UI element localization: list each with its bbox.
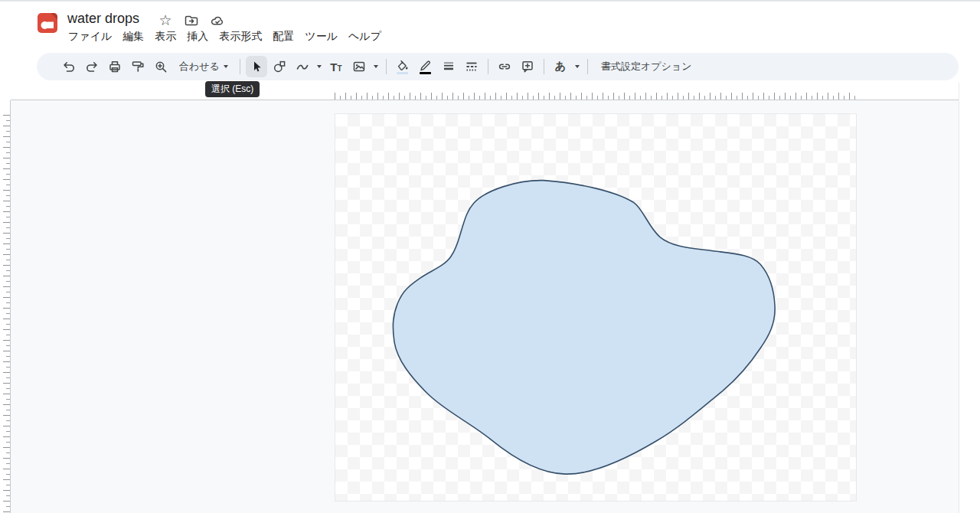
line-color-button[interactable]	[415, 56, 436, 77]
paint-format-button[interactable]	[127, 56, 149, 77]
toolbar-divider	[240, 59, 240, 74]
shape-tool-button[interactable]	[269, 56, 290, 77]
horizontal-ruler	[335, 92, 857, 100]
chevron-down-icon	[575, 65, 580, 68]
line-tool-caret[interactable]	[315, 56, 324, 77]
star-icon[interactable]: ☆	[158, 13, 173, 28]
window-top-edge	[0, 0, 980, 2]
fill-color-indicator	[397, 72, 408, 74]
canvas-svg	[335, 114, 856, 501]
input-tools-button[interactable]: あ	[550, 56, 571, 77]
undo-button[interactable]	[58, 56, 80, 77]
chevron-down-icon	[317, 65, 322, 68]
line-color-indicator	[420, 72, 431, 74]
menu-view[interactable]: 表示	[149, 28, 181, 44]
menu-help[interactable]: ヘルプ	[343, 28, 387, 44]
line-weight-button[interactable]	[438, 56, 459, 77]
water-drop-shape[interactable]	[393, 181, 775, 475]
fit-zoom-label: 合わせる	[179, 60, 220, 74]
scrollbar-track[interactable]	[959, 83, 980, 513]
menu-edit[interactable]: 編集	[117, 28, 149, 44]
chevron-down-icon	[374, 65, 378, 68]
menu-file[interactable]: ファイル	[63, 28, 117, 44]
menu-tools[interactable]: ツール	[299, 28, 343, 44]
drawings-app-icon[interactable]	[37, 12, 58, 34]
text-box-button[interactable]: TT	[325, 56, 347, 77]
menu-insert[interactable]: 挿入	[181, 28, 214, 44]
chevron-down-icon	[224, 65, 228, 68]
workspace	[11, 100, 959, 513]
redo-button[interactable]	[81, 56, 103, 77]
toolbar-divider	[386, 59, 387, 74]
move-to-folder-icon[interactable]	[184, 13, 199, 28]
menu-bar: ファイル 編集 表示 挿入 表示形式 配置 ツール ヘルプ	[63, 28, 387, 44]
fill-color-button[interactable]	[392, 56, 413, 77]
toolbar: 合わせる TT	[37, 53, 959, 80]
print-button[interactable]	[104, 56, 126, 77]
fit-zoom-select[interactable]: 合わせる	[173, 56, 234, 77]
line-tool-button[interactable]	[292, 56, 313, 77]
insert-image-button[interactable]	[348, 56, 370, 77]
toolbar-divider	[544, 59, 544, 74]
menu-arrange[interactable]: 配置	[267, 28, 299, 44]
toolbar-divider	[587, 59, 588, 74]
line-dash-button[interactable]	[461, 56, 482, 77]
insert-comment-button[interactable]	[517, 56, 538, 77]
zoom-button[interactable]	[150, 56, 172, 77]
format-options-button[interactable]: 書式設定オプション	[593, 60, 700, 74]
document-title[interactable]: water drops	[67, 10, 139, 27]
input-tools-caret[interactable]	[573, 56, 582, 77]
google-drawings-window: water drops ☆ ファイル 編集 表示 挿入 表示形式 配置 ツール …	[0, 0, 980, 513]
toolbar-divider	[488, 59, 488, 74]
vertical-ruler	[3, 115, 10, 513]
insert-link-button[interactable]	[494, 56, 515, 77]
select-tool-button[interactable]	[246, 56, 267, 77]
select-tool-tooltip: 選択 (Esc)	[205, 81, 260, 97]
cloud-saved-icon[interactable]	[210, 13, 225, 28]
drawing-canvas[interactable]	[335, 113, 857, 502]
menu-format[interactable]: 表示形式	[214, 28, 267, 44]
insert-image-caret[interactable]	[371, 56, 381, 77]
